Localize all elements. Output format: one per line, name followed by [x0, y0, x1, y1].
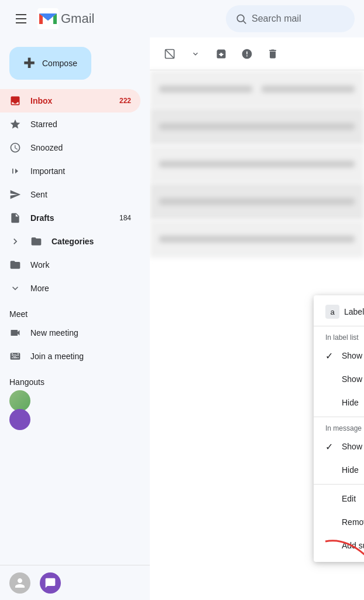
in-message-list-section: In message list	[314, 420, 364, 435]
show-if-unread-text: Show if unread	[342, 374, 364, 384]
drafts-label: Drafts	[30, 213, 54, 223]
hangouts-section-label: Hangouts	[0, 368, 150, 389]
important-icon	[9, 165, 21, 177]
svg-line-5	[166, 49, 174, 58]
table-row[interactable]	[150, 108, 364, 145]
meet-section-label: Meet	[0, 300, 150, 321]
select-button[interactable]	[159, 43, 180, 64]
expand-icon	[9, 236, 21, 247]
compose-button[interactable]: ✚ Compose	[9, 47, 91, 80]
star-icon	[9, 118, 21, 130]
toolbar	[150, 38, 364, 70]
hangouts-avatar2	[9, 409, 30, 430]
video-icon	[9, 327, 21, 339]
add-sublabel-text: Add sublabel	[342, 541, 364, 550]
checkmark-icon2: ✓	[325, 441, 337, 452]
snoozed-label: Snoozed	[30, 143, 63, 152]
table-row[interactable]	[150, 220, 364, 258]
show-message-list-text: Show	[342, 442, 362, 451]
menu-item-label-color[interactable]: a Label color ▶	[314, 300, 364, 323]
more-label: More	[30, 284, 49, 293]
context-menu: a Label color ▶ In label list ✓ Show Sho…	[314, 295, 364, 562]
archive-button[interactable]	[211, 43, 232, 64]
work-label: Work	[30, 260, 49, 270]
chat-icon[interactable]	[40, 572, 61, 594]
starred-label: Starred	[30, 120, 57, 129]
sidebar-item-drafts[interactable]: Drafts 184	[0, 206, 140, 230]
sidebar-item-starred[interactable]: Starred	[0, 112, 140, 136]
bottom-nav	[0, 565, 150, 600]
drafts-icon	[9, 212, 21, 224]
menu-button[interactable]	[9, 7, 33, 30]
label-a-icon: a	[325, 305, 339, 319]
menu-item-hide-message-list[interactable]: Hide	[314, 458, 364, 482]
checkmark-icon: ✓	[325, 350, 337, 362]
search-bar[interactable]: Search mail	[226, 5, 355, 32]
in-label-list-section: In label list	[314, 329, 364, 344]
compose-label: Compose	[42, 59, 77, 68]
categories-icon	[30, 236, 42, 247]
svg-point-2	[237, 15, 244, 22]
account-icon[interactable]	[9, 572, 30, 594]
email-list	[150, 70, 364, 258]
menu-item-show-label[interactable]: ✓ Show	[314, 344, 364, 367]
sidebar-item-sent[interactable]: Sent	[0, 183, 140, 206]
sidebar-item-categories[interactable]: Categories	[0, 230, 140, 253]
table-row[interactable]	[150, 183, 364, 220]
menu-item-edit[interactable]: Edit	[314, 487, 364, 510]
report-spam-button[interactable]	[236, 43, 257, 64]
sidebar-item-snoozed[interactable]: Snoozed	[0, 136, 140, 159]
keyboard-icon	[9, 350, 21, 362]
menu-item-show-message-list[interactable]: ✓ Show	[314, 435, 364, 458]
header: Gmail Search mail	[0, 0, 364, 38]
sidebar: ✚ Compose Inbox 222 Starred Snoozed	[0, 38, 150, 600]
hide-message-list-text: Hide	[342, 465, 359, 475]
important-label: Important	[30, 166, 65, 176]
sidebar-item-more[interactable]: More	[0, 277, 140, 300]
clock-icon	[9, 142, 21, 154]
gmail-title: Gmail	[61, 11, 94, 26]
svg-line-3	[243, 21, 246, 24]
menu-item-hide-label-list[interactable]: Hide	[314, 391, 364, 414]
drafts-count: 184	[119, 214, 131, 222]
sent-icon	[9, 189, 21, 200]
sidebar-item-important[interactable]: Important	[0, 159, 140, 183]
compose-plus-icon: ✚	[23, 56, 35, 70]
gmail-m-icon	[37, 8, 59, 29]
menu-item-add-sublabel[interactable]: Add sublabel	[314, 534, 364, 557]
menu-divider-3	[314, 484, 364, 485]
work-folder-icon	[9, 259, 21, 271]
hide-label-text: Hide	[342, 398, 359, 407]
menu-item-show-if-unread[interactable]: Show if unread	[314, 367, 364, 391]
menu-divider-1	[314, 326, 364, 326]
categories-label: Categories	[51, 237, 94, 246]
sidebar-item-new-meeting[interactable]: New meeting	[0, 321, 140, 345]
menu-divider-2	[314, 417, 364, 417]
search-input[interactable]: Search mail	[252, 13, 301, 24]
inbox-label: Inbox	[30, 96, 52, 105]
join-meeting-label: Join a meeting	[30, 352, 84, 361]
sidebar-item-inbox[interactable]: Inbox 222	[0, 89, 140, 112]
gmail-logo: Gmail	[37, 8, 94, 29]
inbox-icon	[9, 95, 21, 107]
edit-text: Edit	[342, 494, 356, 503]
hangouts-item2[interactable]	[0, 408, 140, 431]
content-area: a Label color ▶ In label list ✓ Show Sho…	[150, 38, 364, 600]
chevron-down-icon	[9, 282, 21, 294]
table-row[interactable]	[150, 70, 364, 108]
main-layout: ✚ Compose Inbox 222 Starred Snoozed	[0, 38, 364, 600]
sidebar-item-join-meeting[interactable]: Join a meeting	[0, 345, 140, 368]
delete-button[interactable]	[262, 43, 283, 64]
sent-label: Sent	[30, 190, 47, 199]
sidebar-item-work[interactable]: Work	[0, 253, 140, 277]
new-meeting-label: New meeting	[30, 328, 78, 338]
inbox-count: 222	[119, 97, 131, 105]
table-row[interactable]	[150, 145, 364, 183]
show-label-text: Show	[342, 351, 362, 360]
chevron-select-icon[interactable]	[185, 43, 206, 64]
search-icon	[235, 13, 247, 25]
label-color-text: Label color	[344, 307, 364, 316]
remove-label-text: Remove label	[342, 517, 364, 527]
menu-item-remove-label[interactable]: Remove label	[314, 510, 364, 534]
